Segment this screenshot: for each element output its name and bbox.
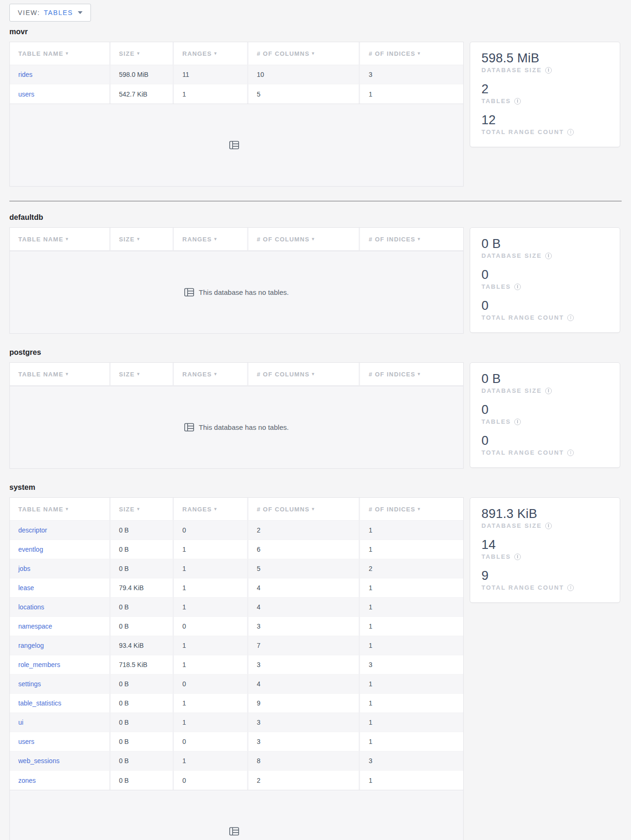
column-header[interactable]: TABLE NAME▼ (10, 498, 111, 521)
table-cell: 1 (360, 636, 463, 655)
stat-value: 0 B (481, 236, 608, 251)
table-name-link[interactable]: jobs (18, 565, 30, 572)
table-name-link[interactable]: descriptor (18, 526, 47, 534)
table-name-link[interactable]: users (18, 90, 34, 98)
column-header[interactable]: # OF COLUMNS▼ (248, 363, 361, 386)
table-name-link[interactable]: ui (18, 719, 23, 726)
table-name-link[interactable]: settings (18, 680, 41, 688)
column-header[interactable]: SIZE▼ (111, 498, 174, 521)
column-header[interactable]: TABLE NAME▼ (10, 42, 111, 65)
column-header[interactable]: # OF COLUMNS▼ (248, 42, 361, 65)
table-name-link[interactable]: table_statistics (18, 699, 61, 707)
stat-label: DATABASE SIZE (481, 252, 608, 259)
column-header[interactable]: RANGES▼ (174, 363, 248, 386)
column-header[interactable]: RANGES▼ (174, 228, 248, 251)
info-icon[interactable] (567, 450, 574, 456)
info-icon[interactable] (514, 554, 521, 560)
table-name-link[interactable]: users (18, 738, 34, 745)
column-header[interactable]: RANGES▼ (174, 498, 248, 521)
column-header[interactable]: # OF COLUMNS▼ (248, 228, 361, 251)
column-header[interactable]: # OF INDICES▼ (360, 228, 463, 251)
info-icon[interactable] (567, 315, 574, 321)
info-icon[interactable] (567, 585, 574, 591)
info-icon[interactable] (514, 419, 521, 425)
table-name-link[interactable]: lease (18, 584, 34, 592)
table-cell: 5 (248, 559, 361, 578)
column-header[interactable]: # OF INDICES▼ (360, 498, 463, 521)
column-header-label: TABLE NAME (18, 236, 63, 243)
view-selector-dropdown[interactable]: VIEW: TABLES (9, 4, 91, 22)
info-icon[interactable] (545, 67, 552, 74)
column-header-label: TABLE NAME (18, 50, 63, 57)
database-summary-card: 0 BDATABASE SIZE0TABLES0TOTAL RANGE COUN… (470, 227, 620, 333)
table-cell: 718.5 KiB (111, 655, 174, 675)
table-cell: 0 (174, 675, 248, 694)
stat-value: 12 (481, 112, 608, 128)
table-cell: 0 B (111, 732, 174, 751)
table-cell: 0 (174, 617, 248, 636)
table-cell: 0 B (111, 713, 174, 732)
stat-label: DATABASE SIZE (481, 387, 608, 394)
table-row: rangelog93.4 KiB171 (10, 636, 463, 655)
column-header[interactable]: SIZE▼ (111, 42, 174, 65)
table-cell: 3 (248, 732, 361, 751)
table-cell: 3 (248, 617, 361, 636)
table-cell: 1 (174, 578, 248, 598)
table-cell: rangelog (10, 636, 111, 655)
sort-desc-icon: ▼ (213, 372, 218, 376)
table-cell: 0 B (111, 751, 174, 771)
table-cell: users (10, 84, 111, 104)
column-header[interactable]: RANGES▼ (174, 42, 248, 65)
info-icon[interactable] (514, 284, 521, 290)
column-header[interactable]: TABLE NAME▼ (10, 228, 111, 251)
stat-value: 14 (481, 537, 608, 552)
table-cell: 1 (174, 636, 248, 655)
table-name-link[interactable]: namespace (18, 622, 52, 630)
column-header-label: RANGES (182, 50, 212, 57)
column-header[interactable]: SIZE▼ (111, 363, 174, 386)
column-header[interactable]: # OF INDICES▼ (360, 42, 463, 65)
table-cell: 1 (360, 578, 463, 598)
table-name-link[interactable]: rangelog (18, 642, 44, 649)
info-icon[interactable] (514, 98, 521, 105)
table-cell: 1 (174, 713, 248, 732)
table-header-row: TABLE NAME▼SIZE▼RANGES▼# OF COLUMNS▼# OF… (10, 228, 463, 251)
sort-desc-icon: ▼ (65, 372, 69, 376)
table-name-link[interactable]: web_sessions (18, 757, 60, 765)
info-icon[interactable] (545, 523, 552, 529)
table-name-link[interactable]: locations (18, 603, 44, 611)
table-name-link[interactable]: zones (18, 777, 36, 784)
database-section: movr TABLE NAME▼SIZE▼RANGES▼# OF COLUMNS… (9, 27, 622, 202)
sort-desc-icon: ▼ (417, 372, 421, 376)
table-icon (229, 141, 239, 150)
info-icon[interactable] (545, 253, 552, 259)
table-name-link[interactable]: eventlog (18, 546, 43, 553)
section-gap (9, 334, 622, 348)
column-header[interactable]: TABLE NAME▼ (10, 363, 111, 386)
info-icon[interactable] (545, 388, 552, 394)
table-name-link[interactable]: role_members (18, 661, 60, 668)
stat-label-text: TOTAL RANGE COUNT (481, 314, 564, 321)
stat-label: TOTAL RANGE COUNT (481, 314, 608, 321)
stat-value: 0 B (481, 371, 608, 386)
stat-value: 2 (481, 82, 608, 97)
summary-stat: 0 BDATABASE SIZE (481, 371, 608, 394)
sort-desc-icon: ▼ (213, 507, 218, 511)
table-name-link[interactable]: rides (18, 71, 32, 78)
table-cell: 1 (174, 598, 248, 617)
section-gap (9, 469, 622, 483)
sort-desc-icon: ▼ (65, 51, 69, 56)
info-icon[interactable] (567, 129, 574, 135)
table-row: web_sessions0 B183 (10, 751, 463, 771)
table-cell: 1 (360, 521, 463, 540)
table-cell: 3 (360, 751, 463, 771)
table-cell: 3 (360, 65, 463, 84)
column-header[interactable]: SIZE▼ (111, 228, 174, 251)
column-header[interactable]: # OF COLUMNS▼ (248, 498, 361, 521)
column-header[interactable]: # OF INDICES▼ (360, 363, 463, 386)
sort-desc-icon: ▼ (417, 51, 421, 56)
table-row: locations0 B141 (10, 598, 463, 617)
sort-desc-icon: ▼ (213, 237, 218, 241)
empty-state: This database has no tables. (9, 251, 464, 334)
table-cell: 11 (174, 65, 248, 84)
